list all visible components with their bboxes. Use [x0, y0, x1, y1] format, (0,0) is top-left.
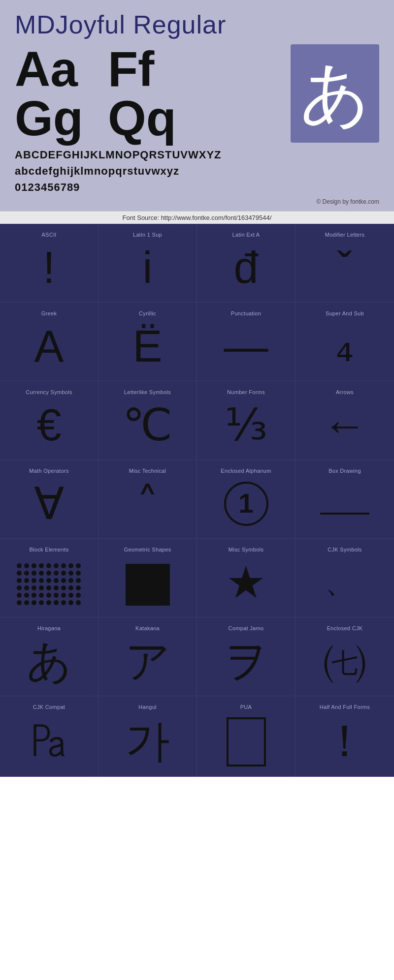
glyph-char: Ё	[132, 321, 162, 371]
alphabet-upper: ABCDEFGHIJKLMNOPQRSTUVWXYZ	[15, 147, 379, 163]
hiragana-char: あ	[300, 59, 370, 128]
glyph-label: Box Drawing	[328, 468, 361, 474]
glyph-cell: Compat Jamoヲ	[197, 617, 296, 696]
glyph-label: Arrows	[336, 389, 354, 395]
glyph-char: ℃	[123, 400, 172, 450]
glyph-char: ₄	[336, 321, 354, 371]
glyph-cell: CyrillicЁ	[98, 303, 197, 381]
glyph-label: ASCII	[41, 232, 56, 238]
glyph-cell: Number Forms⅓	[197, 381, 296, 460]
glyph-label: Punctuation	[231, 310, 261, 316]
glyph-label: Greek	[41, 310, 57, 316]
glyph-cell: Latin 1 Supi	[98, 224, 197, 303]
glyph-label: Katakana	[135, 625, 160, 631]
glyph-char: đ	[233, 243, 258, 292]
glyph-cell: Letterlike Symbols℃	[98, 381, 197, 460]
glyph-char: ★	[226, 557, 266, 607]
glyph-cell: Misc Technical˄	[98, 460, 197, 539]
glyph-char: —	[224, 321, 268, 371]
glyph-char: あ	[27, 636, 72, 686]
glyph-cell: Math Operators∀	[0, 460, 98, 539]
font-source-bar: Font Source: http://www.fontke.com/font/…	[0, 211, 394, 224]
glyph-char: !	[43, 243, 55, 292]
hiragana-bg: あ	[291, 44, 379, 143]
glyph-cell: Hangul가	[98, 696, 197, 777]
glyph-char	[227, 715, 266, 766]
glyph-label: CJK Symbols	[328, 547, 361, 552]
glyph-cell: CJK Symbols、	[296, 539, 394, 617]
glyph-char: ←	[323, 400, 367, 450]
glyph-char: ˄	[136, 479, 159, 528]
font-source-text: Font Source: http://www.fontke.com/font/…	[123, 214, 272, 221]
glyph-label: Hangul	[138, 704, 157, 710]
glyph-char	[126, 557, 170, 607]
glyph-label: Misc Symbols	[229, 547, 263, 552]
glyph-label: Enclosed Alphanum	[221, 468, 271, 474]
glyph-cell: ASCII!	[0, 224, 98, 303]
glyph-char: ア	[125, 636, 170, 686]
glyph-label: Hiragana	[37, 625, 61, 631]
glyph-char: i	[143, 243, 153, 292]
glyph-cell: Super And Sub₄	[296, 303, 394, 381]
digits: 0123456789	[15, 179, 379, 195]
glyph-char: ヲ	[224, 636, 269, 686]
glyph-cell: Misc Symbols★	[197, 539, 296, 617]
glyph-cell: Katakanaア	[98, 617, 197, 696]
glyph-char: ˇ	[337, 243, 352, 292]
glyph-label: Geometric Shapes	[124, 547, 171, 552]
alphabet-section: ABCDEFGHIJKLMNOPQRSTUVWXYZ abcdefghijklm…	[15, 143, 379, 196]
glyph-cell: Half And Full Forms！	[296, 696, 394, 777]
glyph-cell: Enclosed CJK㈦	[296, 617, 394, 696]
glyph-char: 、	[300, 557, 389, 607]
glyph-cell: Modifier Lettersˇ	[296, 224, 394, 303]
glyph-cell: Hiraganaあ	[0, 617, 98, 696]
glyph-label: Super And Sub	[326, 310, 364, 316]
glyph-char: 가	[126, 715, 170, 766]
glyph-label: Currency Symbols	[26, 389, 72, 395]
glyph-cell: PUA	[197, 696, 296, 777]
glyph-cell: Geometric Shapes	[98, 539, 197, 617]
glyph-label: Cyrillic	[139, 310, 156, 316]
sample-ff: Ff Qq	[108, 44, 186, 143]
glyph-char: ㈦	[323, 636, 367, 686]
glyph-char: ⅓	[225, 400, 267, 450]
glyph-label: PUA	[240, 704, 252, 710]
glyph-cell: Block Elements	[0, 539, 98, 617]
glyph-char: 1	[224, 479, 268, 528]
glyph-char	[17, 557, 82, 607]
copyright: © Design by fontke.com	[15, 196, 379, 206]
glyph-char: ！	[323, 715, 367, 766]
glyph-label: Half And Full Forms	[320, 704, 370, 710]
sample-aa: Aa Gg	[15, 44, 93, 143]
glyph-char: ∀	[34, 479, 65, 528]
glyph-label: Modifier Letters	[325, 232, 365, 238]
glyph-cell: GreekΑ	[0, 303, 98, 381]
glyph-char	[320, 479, 369, 528]
glyph-cell: Arrows←	[296, 381, 394, 460]
glyph-grid: ASCII!Latin 1 SupiLatin Ext AđModifier L…	[0, 224, 394, 777]
sample-chars-row: Aa Gg Ff Qq あ	[15, 44, 379, 143]
glyph-cell: CJK Compat㎩	[0, 696, 98, 777]
font-title: MDJoyful Regular	[15, 10, 379, 39]
glyph-cell: Currency Symbols€	[0, 381, 98, 460]
glyph-label: Block Elements	[29, 547, 68, 552]
glyph-label: Enclosed CJK	[327, 625, 363, 631]
glyph-label: Latin Ext A	[232, 232, 260, 238]
alphabet-lower: abcdefghijklmnopqrstuvwxyz	[15, 163, 379, 179]
glyph-cell: Box Drawing	[296, 460, 394, 539]
glyph-cell: Enclosed Alphanum1	[197, 460, 296, 539]
glyph-label: Compat Jamo	[229, 625, 264, 631]
glyph-cell: Latin Ext Ađ	[197, 224, 296, 303]
glyphs-section: ASCII!Latin 1 SupiLatin Ext AđModifier L…	[0, 224, 394, 777]
glyph-label: Latin 1 Sup	[133, 232, 162, 238]
header-section: MDJoyful Regular Aa Gg Ff Qq あ ABCDEFGHI…	[0, 0, 394, 211]
glyph-char: €	[36, 400, 61, 450]
glyph-cell: Punctuation—	[197, 303, 296, 381]
glyph-char: ㎩	[27, 715, 71, 766]
glyph-label: Letterlike Symbols	[124, 389, 171, 395]
glyph-label: Misc Technical	[129, 468, 166, 474]
glyph-char: Α	[34, 321, 64, 371]
glyph-label: Number Forms	[227, 389, 265, 395]
glyph-label: Math Operators	[29, 468, 69, 474]
glyph-label: CJK Compat	[33, 704, 65, 710]
